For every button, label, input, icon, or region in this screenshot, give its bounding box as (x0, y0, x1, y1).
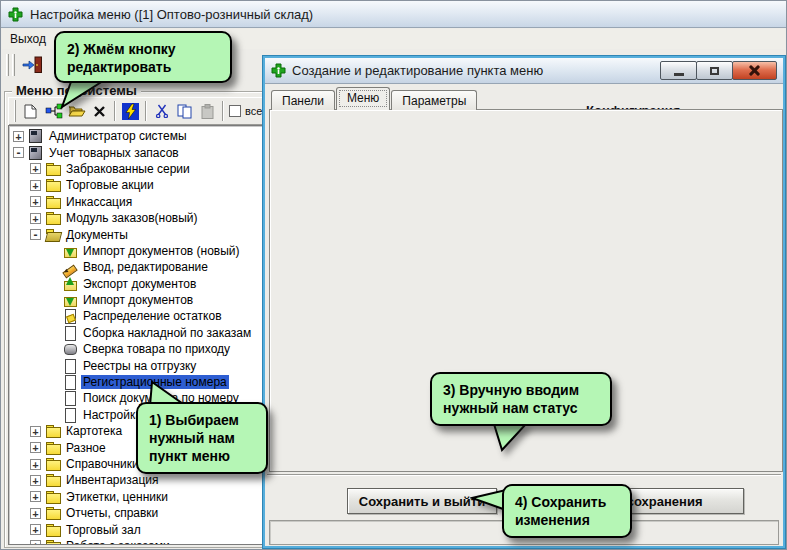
tab-label: Меню (347, 91, 379, 105)
divider (267, 474, 781, 475)
tree-item-icon (45, 523, 61, 537)
tree-item-icon (62, 391, 78, 405)
dialog-tabs: ПанелиМенюПараметры (271, 88, 478, 110)
tree-item-label: Картотека (64, 424, 124, 438)
toolbar-separator (222, 101, 224, 121)
main-window-title: Настройка меню ([1] Оптово-розничный скл… (30, 7, 313, 22)
copy-button[interactable] (173, 100, 196, 122)
tree-expander[interactable]: + (13, 131, 24, 142)
tree-expander[interactable]: - (30, 229, 41, 240)
tree-expander[interactable]: + (30, 180, 41, 191)
tree-item-label: Торговые акции (64, 178, 156, 192)
tree-item-icon (62, 326, 78, 340)
tab-label: Параметры (402, 94, 466, 108)
tree-item-icon (62, 293, 78, 307)
tree-expander[interactable]: + (30, 524, 41, 535)
tree-item-icon (28, 146, 44, 160)
tree-expander[interactable]: + (30, 491, 41, 502)
green-cross-icon (271, 63, 286, 78)
close-icon (749, 65, 760, 76)
tree-item-label: Справочники (64, 457, 141, 471)
maximize-button[interactable] (696, 61, 733, 80)
callout-3-tail (480, 422, 530, 452)
tree-item-icon (45, 457, 61, 471)
paste-icon (200, 104, 215, 119)
tree-expander[interactable]: + (30, 540, 41, 545)
paste-button[interactable] (196, 100, 219, 122)
tree-expander[interactable]: + (30, 442, 41, 453)
exit-app-button[interactable] (18, 52, 46, 77)
tree-item-icon (45, 228, 61, 242)
tree-expander[interactable]: + (30, 426, 41, 437)
callout-1: 1) Выбираем нужный нам пункт меню (136, 402, 268, 474)
tree-expander[interactable]: + (30, 508, 41, 519)
green-cross-icon (8, 7, 23, 22)
tree-item-label: Импорт документов (81, 293, 195, 307)
cut-scissors-icon (155, 104, 169, 118)
tree-item-icon (45, 490, 61, 504)
tree-item-label: Этикетки, ценники (64, 490, 170, 504)
tree-item-label: Отчеты, справки (64, 506, 160, 520)
tree-item-icon (45, 211, 61, 225)
tree-expander[interactable]: + (30, 459, 41, 470)
edit-menu-item-dialog: Создание и редактирование пункта меню Па… (263, 56, 785, 548)
tree-item-icon (45, 441, 61, 455)
close-button[interactable] (732, 61, 777, 80)
maximize-icon (710, 67, 719, 75)
tree-item-icon (45, 473, 61, 487)
tree-item-label: Разное (64, 441, 108, 455)
copy-icon (177, 104, 192, 119)
tree-item-label: Экспорт документов (81, 277, 198, 291)
tree-expander[interactable]: + (30, 163, 41, 174)
tree-item-label: Работа с заказами (64, 539, 172, 545)
tab-label: Панели (282, 94, 324, 108)
tree-item-icon (62, 277, 78, 291)
tree-item-icon (62, 260, 78, 274)
lightning-icon (122, 103, 139, 120)
tree-item-label: Импорт документов (новый) (81, 244, 242, 258)
tree-item-label: Документы (64, 228, 130, 242)
tree-item-icon (28, 129, 44, 143)
dialog-title-bar: Создание и редактирование пункта меню (265, 58, 783, 84)
toolbar-grip[interactable] (6, 54, 9, 76)
new-item-button[interactable] (19, 100, 42, 122)
toolbar-separator (145, 101, 147, 121)
tree-expander[interactable]: + (30, 475, 41, 486)
exit-door-icon (22, 56, 43, 74)
tree-expander[interactable]: - (13, 147, 24, 158)
toolbar-grip[interactable] (14, 100, 16, 122)
callout-4: 4) Сохранить изменения (502, 484, 632, 538)
tree-item-label: Учет товарных запасов (47, 146, 181, 160)
new-document-icon (24, 104, 37, 119)
minimize-button[interactable] (660, 61, 697, 80)
tree-expander[interactable]: + (30, 213, 41, 224)
tree-item-icon (45, 424, 61, 438)
tree-item-label: Забракованные серии (64, 162, 192, 176)
tree-item-icon (45, 195, 61, 209)
tree-item-label: Распределение остатков (81, 309, 224, 323)
tree-item-label: Торговый зал (64, 523, 143, 537)
tree-item-label: Реестры на отгрузку (81, 359, 198, 373)
tree-item-icon (62, 359, 78, 373)
tree-item-label: Инкассация (64, 195, 134, 209)
run-task-button[interactable] (119, 100, 142, 122)
tab[interactable]: Меню (336, 87, 390, 110)
tree-item-label: Администратор системы (47, 129, 189, 143)
tree-item-label: Сборка накладной по заказам (81, 326, 253, 340)
tab[interactable]: Панели (271, 90, 335, 110)
tree-item-icon (62, 244, 78, 258)
callout-2: 2) Жмём кнопку редактировать (54, 31, 232, 83)
dialog-title: Создание и редактирование пункта меню (292, 63, 543, 78)
menu-item-exit[interactable]: Выход (2, 30, 54, 48)
tree-item-icon (62, 342, 78, 356)
tree-item-label: Инвентаризация (64, 473, 160, 487)
tree-item-icon (62, 309, 78, 323)
tree-toolbar: все ко (8, 97, 264, 125)
tree-expander[interactable]: + (30, 196, 41, 207)
minimize-icon (674, 73, 684, 76)
tree-item-icon (45, 539, 61, 545)
callout-3: 3) Вручную вводим нужный нам статус (430, 372, 612, 426)
tab[interactable]: Параметры (391, 90, 477, 110)
cut-button[interactable] (150, 100, 173, 122)
window-controls (661, 61, 777, 80)
